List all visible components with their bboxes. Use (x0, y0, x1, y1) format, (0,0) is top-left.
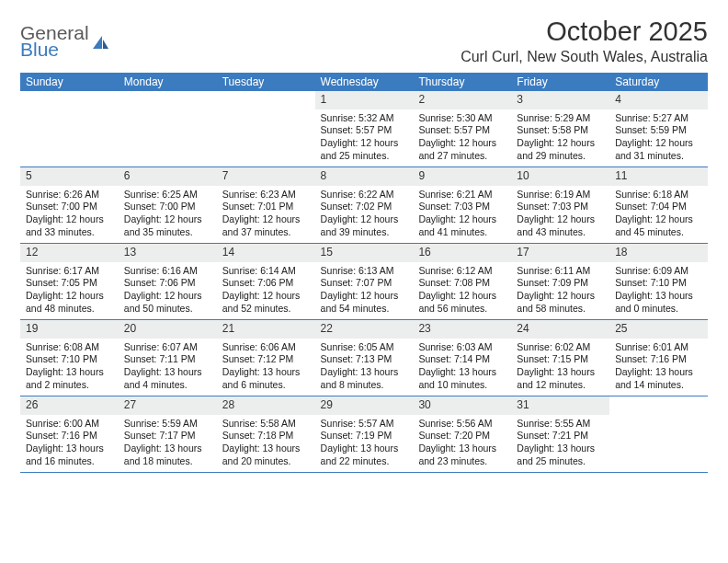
sail-icon (91, 34, 109, 51)
day-number (609, 396, 708, 415)
day-body: Sunrise: 5:59 AMSunset: 7:17 PMDaylight:… (119, 415, 217, 468)
svg-marker-1 (103, 40, 108, 49)
logo: General Blue (20, 17, 109, 59)
sunrise-text: Sunrise: 5:32 AM (321, 112, 408, 125)
day-body: Sunrise: 6:19 AMSunset: 7:03 PMDaylight:… (511, 186, 609, 239)
sunrise-text: Sunrise: 6:17 AM (26, 265, 113, 278)
sunrise-text: Sunrise: 5:27 AM (615, 112, 702, 125)
daylight-text: Daylight: 12 hours and 39 minutes. (321, 213, 408, 238)
daylight-text: Daylight: 12 hours and 27 minutes. (418, 137, 506, 162)
sunrise-text: Sunrise: 6:18 AM (615, 189, 702, 201)
sunset-text: Sunset: 7:09 PM (517, 277, 604, 290)
sunrise-text: Sunrise: 6:21 AM (418, 189, 506, 201)
day-body: Sunrise: 6:00 AMSunset: 7:16 PMDaylight:… (20, 415, 119, 468)
day-body: Sunrise: 6:08 AMSunset: 7:10 PMDaylight:… (20, 339, 119, 392)
day-number: 17 (511, 244, 609, 262)
sunrise-text: Sunrise: 5:57 AM (321, 418, 408, 431)
daylight-text: Daylight: 12 hours and 33 minutes. (26, 213, 113, 238)
day-cell: 11Sunrise: 6:18 AMSunset: 7:04 PMDayligh… (609, 167, 708, 243)
day-number: 20 (119, 320, 217, 339)
day-cell: 31Sunrise: 5:55 AMSunset: 7:21 PMDayligh… (511, 396, 609, 472)
sunrise-text: Sunrise: 6:01 AM (615, 341, 702, 354)
sunset-text: Sunset: 7:03 PM (418, 201, 506, 213)
month-title: October 2025 (461, 17, 708, 47)
daylight-text: Daylight: 12 hours and 45 minutes. (615, 213, 702, 238)
daylight-text: Daylight: 13 hours and 20 minutes. (222, 442, 310, 467)
day-cell: 4Sunrise: 5:27 AMSunset: 5:59 PMDaylight… (609, 91, 708, 167)
sunrise-text: Sunrise: 6:14 AM (222, 265, 310, 278)
weekday-cell: Sunday (20, 73, 119, 91)
sunset-text: Sunset: 7:15 PM (517, 353, 604, 366)
day-number: 15 (315, 244, 414, 262)
weekday-cell: Friday (511, 73, 609, 91)
day-cell: 22Sunrise: 6:05 AMSunset: 7:13 PMDayligh… (315, 320, 414, 396)
day-cell: 7Sunrise: 6:23 AMSunset: 7:01 PMDaylight… (217, 167, 315, 243)
day-cell (609, 396, 708, 472)
day-body: Sunrise: 6:21 AMSunset: 7:03 PMDaylight:… (413, 186, 511, 239)
weekday-cell: Thursday (413, 73, 511, 91)
daylight-text: Daylight: 13 hours and 6 minutes. (222, 366, 310, 391)
daylight-text: Daylight: 12 hours and 35 minutes. (124, 213, 211, 238)
day-body: Sunrise: 5:27 AMSunset: 5:59 PMDaylight:… (609, 109, 708, 163)
day-cell: 8Sunrise: 6:22 AMSunset: 7:02 PMDaylight… (315, 167, 414, 243)
day-body: Sunrise: 6:22 AMSunset: 7:02 PMDaylight:… (315, 186, 414, 239)
day-body: Sunrise: 5:57 AMSunset: 7:19 PMDaylight:… (315, 415, 414, 468)
sunset-text: Sunset: 7:12 PM (222, 353, 310, 366)
sunrise-text: Sunrise: 6:05 AM (321, 341, 408, 354)
sunset-text: Sunset: 7:16 PM (615, 353, 702, 366)
sunrise-text: Sunrise: 5:29 AM (517, 112, 604, 125)
daylight-text: Daylight: 12 hours and 29 minutes. (517, 137, 604, 162)
day-number: 6 (119, 167, 217, 186)
sunset-text: Sunset: 7:03 PM (517, 201, 604, 213)
daylight-text: Daylight: 12 hours and 56 minutes. (418, 290, 506, 315)
sunrise-text: Sunrise: 6:26 AM (26, 189, 113, 201)
day-number: 30 (413, 396, 511, 415)
day-body: Sunrise: 5:29 AMSunset: 5:58 PMDaylight:… (511, 109, 609, 163)
day-cell: 6Sunrise: 6:25 AMSunset: 7:00 PMDaylight… (119, 167, 217, 243)
weekday-header: SundayMondayTuesdayWednesdayThursdayFrid… (20, 73, 708, 91)
day-cell: 14Sunrise: 6:14 AMSunset: 7:06 PMDayligh… (217, 244, 315, 319)
daylight-text: Daylight: 12 hours and 54 minutes. (321, 290, 408, 315)
daylight-text: Daylight: 13 hours and 14 minutes. (615, 366, 702, 391)
day-cell: 19Sunrise: 6:08 AMSunset: 7:10 PMDayligh… (20, 320, 119, 396)
sunset-text: Sunset: 7:21 PM (517, 430, 604, 442)
sunset-text: Sunset: 7:06 PM (124, 277, 211, 290)
daylight-text: Daylight: 12 hours and 31 minutes. (615, 137, 702, 162)
sunrise-text: Sunrise: 6:07 AM (124, 341, 211, 354)
sunrise-text: Sunrise: 6:03 AM (418, 341, 506, 354)
daylight-text: Daylight: 13 hours and 22 minutes. (321, 442, 408, 467)
daylight-text: Daylight: 12 hours and 50 minutes. (124, 290, 211, 315)
daylight-text: Daylight: 13 hours and 2 minutes. (26, 366, 113, 391)
day-cell (20, 91, 119, 167)
day-number: 11 (609, 167, 708, 186)
day-body: Sunrise: 6:16 AMSunset: 7:06 PMDaylight:… (119, 262, 217, 316)
day-number: 5 (20, 167, 119, 186)
logo-line2: Blue (20, 40, 89, 59)
day-body: Sunrise: 6:25 AMSunset: 7:00 PMDaylight:… (119, 186, 217, 239)
sunrise-text: Sunrise: 5:55 AM (517, 418, 604, 431)
day-number: 14 (217, 244, 315, 262)
sunset-text: Sunset: 5:59 PM (615, 124, 702, 137)
day-number: 4 (609, 91, 708, 109)
day-number: 7 (217, 167, 315, 186)
daylight-text: Daylight: 13 hours and 23 minutes. (418, 442, 506, 467)
day-body: Sunrise: 6:05 AMSunset: 7:13 PMDaylight:… (315, 339, 414, 392)
day-number: 18 (609, 244, 708, 262)
day-cell: 24Sunrise: 6:02 AMSunset: 7:15 PMDayligh… (511, 320, 609, 396)
sunset-text: Sunset: 5:57 PM (321, 124, 408, 137)
weekday-cell: Saturday (609, 73, 708, 91)
sunset-text: Sunset: 7:00 PM (124, 201, 211, 213)
daylight-text: Daylight: 12 hours and 25 minutes. (321, 137, 408, 162)
calendar: SundayMondayTuesdayWednesdayThursdayFrid… (20, 73, 708, 473)
sunset-text: Sunset: 7:11 PM (124, 353, 211, 366)
day-cell: 1Sunrise: 5:32 AMSunset: 5:57 PMDaylight… (315, 91, 414, 167)
day-cell: 28Sunrise: 5:58 AMSunset: 7:18 PMDayligh… (217, 396, 315, 472)
day-cell: 21Sunrise: 6:06 AMSunset: 7:12 PMDayligh… (217, 320, 315, 396)
day-cell: 3Sunrise: 5:29 AMSunset: 5:58 PMDaylight… (511, 91, 609, 167)
day-cell: 26Sunrise: 6:00 AMSunset: 7:16 PMDayligh… (20, 396, 119, 472)
daylight-text: Daylight: 12 hours and 43 minutes. (517, 213, 604, 238)
day-cell: 18Sunrise: 6:09 AMSunset: 7:10 PMDayligh… (609, 244, 708, 319)
daylight-text: Daylight: 12 hours and 58 minutes. (517, 290, 604, 315)
day-body: Sunrise: 6:13 AMSunset: 7:07 PMDaylight:… (315, 262, 414, 316)
daylight-text: Daylight: 12 hours and 41 minutes. (418, 213, 506, 238)
